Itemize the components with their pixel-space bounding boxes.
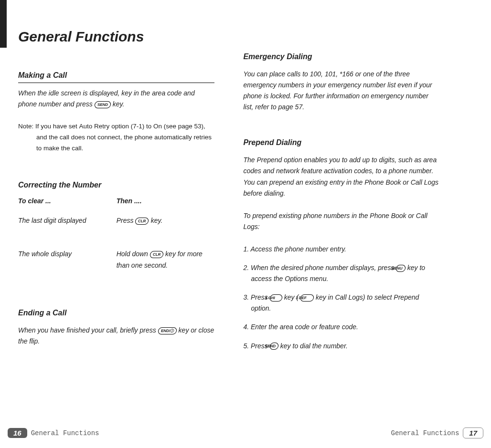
table-cell: Press CLR key. (117, 215, 215, 238)
correct-table: To clear ... The last digit displayed Th… (18, 197, 214, 282)
table-header: To clear ... (18, 197, 117, 205)
para-prepend-2: To prepend existing phone numbers in the… (243, 210, 438, 232)
menu-key-icon: MENU (395, 265, 406, 272)
table-col-2: Then .... Press CLR key. Hold down CLR k… (117, 197, 215, 282)
text-bold: Prepend (394, 293, 419, 301)
text: key. (151, 217, 163, 224)
text: 2. When the desired phone number display… (243, 264, 396, 271)
text: The (243, 156, 256, 164)
note-auto-retry: Note: If you have set Auto Retry option … (18, 121, 214, 154)
page-number-left: 16 (8, 428, 27, 438)
table-cell: Hold down CLR key for more than one seco… (117, 249, 215, 271)
step-1: 1. Access the phone number entry. (243, 244, 438, 255)
text-bold: Prepend (256, 156, 282, 164)
step-2: 2. When the desired phone number display… (243, 262, 438, 284)
text: ) to (142, 123, 153, 130)
text: key in Call Logs) to select (316, 293, 394, 301)
table-cell: The last digit displayed (18, 215, 117, 238)
text: : If you have set (32, 123, 79, 130)
clr-key-icon: CLR (135, 218, 149, 225)
heading-ending-call: Ending a Call (18, 309, 214, 320)
table-cell: The whole display (18, 249, 117, 271)
para-prepend-1: The Prepend option enables you to add up… (243, 155, 438, 198)
end-key-icon: END/ⓘ (158, 327, 177, 334)
step-4: 4. Enter the area code or feature code. (243, 322, 438, 333)
page-spread: General Functions Making a Call When the… (0, 0, 491, 420)
key-3-icon: 3 DEF (300, 294, 314, 302)
text: key to dial the number. (280, 342, 348, 350)
left-page: General Functions Making a Call When the… (5, 19, 229, 420)
page-title: General Functions (18, 29, 214, 45)
text: option. (251, 304, 271, 312)
text-bold: 7-1 (133, 123, 142, 130)
side-tab (0, 0, 7, 48)
heading-emergency-dialing: Emergency Dialing (243, 52, 438, 64)
text: Press (117, 217, 136, 224)
heading-making-a-call: Making a Call (18, 71, 214, 83)
table-header: Then .... (117, 197, 215, 205)
step-3: 3. Press 4 GHI key ( 3 DEF key in Call L… (243, 292, 438, 314)
text: When you have finished your call, briefl… (18, 326, 158, 334)
send-key-icon: SEND (94, 101, 111, 108)
para-emergency: You can place calls to 100, 101, *166 or… (243, 69, 438, 113)
send-key-icon: SEND (269, 343, 279, 350)
key-4-icon: 4 GHI (269, 294, 283, 302)
page-number-right: 17 (463, 427, 483, 438)
footer-label-right: General Functions (391, 429, 459, 437)
footer-right-group: General Functions 17 (391, 427, 483, 438)
step-5: 5. Press SEND key to dial the number. (243, 341, 438, 352)
heading-correcting-number: Correcting the Number (18, 181, 214, 192)
text: menu. (308, 275, 329, 282)
text-bold: Options (285, 275, 308, 282)
text: option ( (109, 123, 133, 130)
prepend-steps: 1. Access the phone number entry. 2. Whe… (243, 244, 438, 352)
table-col-1: To clear ... The last digit displayed Th… (18, 197, 117, 282)
text-bold: Auto Retry (79, 123, 110, 130)
footer: 16 General Functions General Functions 1… (0, 427, 491, 438)
note-label: Note (18, 123, 32, 130)
clr-key-icon: CLR (149, 251, 164, 258)
footer-left-group: 16 General Functions (8, 428, 99, 438)
text: Hold down (117, 250, 150, 258)
text: key. (113, 100, 125, 108)
heading-prepend-dialing: Prepend Dialing (243, 138, 438, 150)
para-ending-call: When you have finished your call, briefl… (18, 325, 214, 347)
text-bold: On (153, 123, 162, 130)
footer-label-left: General Functions (31, 429, 99, 437)
right-page: Emergency Dialing You can place calls to… (229, 19, 453, 420)
para-making-a-call: When the idle screen is displayed, key i… (18, 88, 214, 110)
